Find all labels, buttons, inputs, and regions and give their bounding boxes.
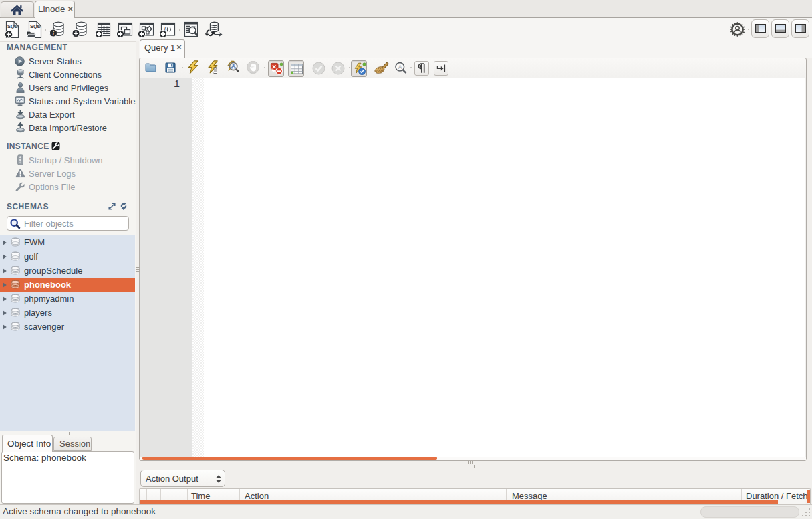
svg-text:SQL: SQL — [30, 23, 41, 29]
svg-text:A: A — [398, 64, 402, 70]
svg-text:SQL: SQL — [7, 23, 18, 29]
